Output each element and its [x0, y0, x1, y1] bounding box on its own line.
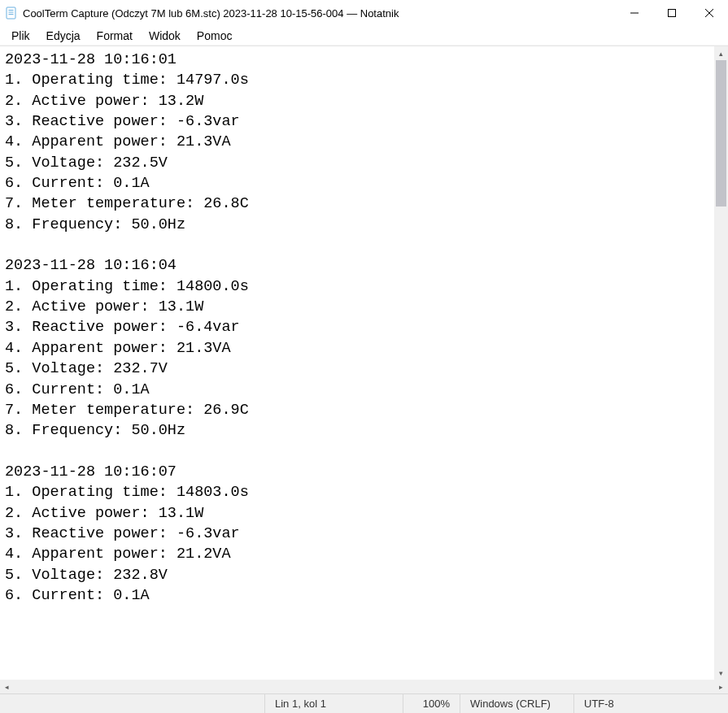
svg-rect-5 [669, 10, 676, 17]
menu-widok[interactable]: Widok [141, 28, 189, 44]
menu-pomoc[interactable]: Pomoc [189, 28, 241, 44]
close-button[interactable] [691, 0, 728, 26]
scroll-track[interactable] [714, 60, 728, 666]
status-encoding: UTF-8 [573, 694, 728, 713]
horizontal-scrollbar[interactable]: ◂ ▸ [0, 680, 728, 693]
window-title: CoolTerm Capture (Odczyt 7M lub 6M.stc) … [23, 7, 616, 20]
minimize-icon [630, 9, 639, 17]
status-spacer [0, 694, 264, 713]
menu-edycja[interactable]: Edycja [38, 28, 89, 44]
scroll-down-arrow-icon[interactable]: ▾ [714, 666, 728, 680]
status-cursor-position: Lin 1, kol 1 [264, 694, 403, 713]
scroll-up-arrow-icon[interactable]: ▴ [714, 46, 728, 60]
menubar: Plik Edycja Format Widok Pomoc [0, 26, 728, 46]
menu-format[interactable]: Format [89, 28, 141, 44]
text-area[interactable]: 2023-11-28 10:16:01 1. Operating time: 1… [0, 46, 714, 680]
vertical-scrollbar[interactable]: ▴ ▾ [714, 46, 728, 680]
close-icon [705, 9, 713, 17]
status-zoom[interactable]: 100% [403, 694, 460, 713]
status-line-endings: Windows (CRLF) [460, 694, 573, 713]
menu-plik[interactable]: Plik [3, 28, 38, 44]
scroll-left-arrow-icon[interactable]: ◂ [0, 680, 14, 693]
scroll-thumb[interactable] [716, 60, 726, 207]
scroll-right-arrow-icon[interactable]: ▸ [714, 680, 728, 693]
maximize-icon [668, 9, 676, 17]
maximize-button[interactable] [653, 0, 691, 26]
titlebar: CoolTerm Capture (Odczyt 7M lub 6M.stc) … [0, 0, 728, 26]
editor-wrapper: 2023-11-28 10:16:01 1. Operating time: 1… [0, 46, 728, 680]
minimize-button[interactable] [616, 0, 653, 26]
window-controls [616, 0, 728, 26]
statusbar: Lin 1, kol 1 100% Windows (CRLF) UTF-8 [0, 693, 728, 713]
svg-rect-0 [7, 7, 15, 19]
app-icon [5, 7, 18, 20]
